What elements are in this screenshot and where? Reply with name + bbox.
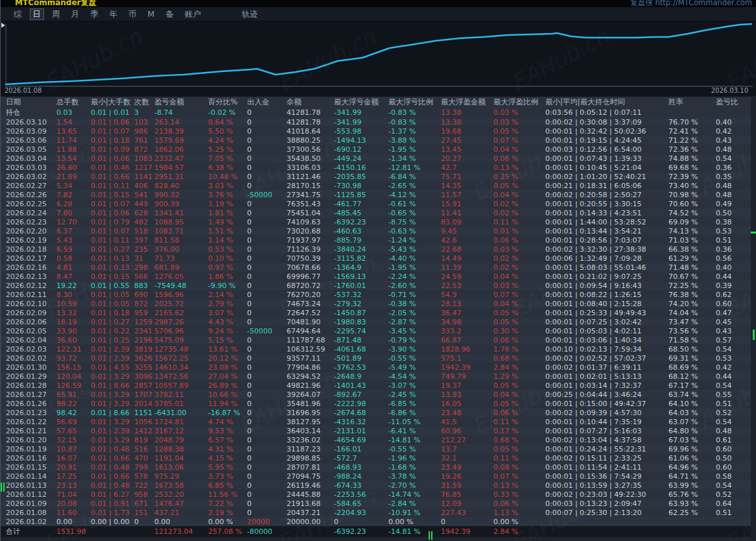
table-row[interactable]: 2026.02.0293.720.01 | 2.39362615672.2520…	[1, 354, 756, 363]
cell: 397	[134, 236, 154, 245]
column-header: 最大浮盈比例	[493, 97, 545, 107]
table-row[interactable]: 2026.01.1910.870.01 | 0.485161288.384.31…	[1, 444, 756, 453]
table-row[interactable]: 2026.01.1271.040.01 | 6.279582532.2011.5…	[1, 490, 756, 499]
cell: 0	[247, 499, 287, 508]
menu-item-9[interactable]: 账户	[182, 9, 204, 19]
table-row[interactable]: 2026.02.247.800.01 | 0.066281341.411.81 …	[1, 208, 756, 217]
table-row[interactable]: 2026.03.0413.540.01 | 0.0610832332.477.0…	[1, 154, 756, 163]
cell: 0.02 %	[493, 200, 545, 208]
table-row[interactable]: 2026.02.0436.600.01 | 0.2521965475.095.1…	[1, 335, 756, 344]
cell: 69.09 %	[668, 218, 716, 226]
cell: 9.53 %	[208, 427, 247, 435]
cell: -730.98	[334, 182, 388, 190]
table-row[interactable]: 2026.02.0533.900.01 | 0.2223415706.969.2…	[1, 326, 756, 335]
table-row[interactable]: 2026.01.020.000.00 | 0.0000.000.00 %2000…	[1, 517, 756, 526]
table-row[interactable]: 2026.01.2157.650.01 | 2.3914123167.129.5…	[1, 426, 756, 435]
table-row[interactable]: 2026.02.138.470.01 | 0.155661276.051.86 …	[1, 272, 756, 281]
table-row[interactable]: 2026.03.0326.600.01 | 0.4612171984.576.3…	[1, 163, 756, 172]
table-row[interactable]: 2026.01.30156.150.01 | 4.55325514610.342…	[1, 363, 756, 372]
cell: 83.09	[441, 218, 493, 226]
table-row[interactable]: 2026.02.206.370.01 | 0.075181082.711.51 …	[1, 226, 756, 235]
column-header: 日期	[6, 97, 56, 107]
table-row[interactable]: 2026.01.2698.220.01 | 3.2920143785.0111.…	[1, 399, 756, 408]
table-row[interactable]: 2026.03.0611.740.01 | 0.187611579.694.24…	[1, 136, 756, 145]
menu-item-1[interactable]: 日	[30, 9, 44, 19]
table-row[interactable]: 2026.01.0920.080.01 | 0.916711476.477.22…	[1, 499, 756, 508]
cell: -5.49 %	[388, 363, 441, 372]
cell: 0.11 %	[493, 418, 545, 426]
cell: -3840.24	[334, 245, 388, 254]
open-position-row[interactable]: 持仓0.030.01 | 0.013-8.74-0.02 %041281.78-…	[1, 107, 756, 117]
table-row[interactable]: 2026.02.1010.590.01 | 0.058722025.722.79…	[1, 299, 756, 308]
menu-item-8[interactable]: 备	[163, 9, 176, 19]
cell: 227.43	[441, 509, 493, 517]
cell: 66.38 %	[668, 245, 716, 254]
table-row[interactable]: 2026.03.0511.880.01 | 0.098721862.065.25…	[1, 145, 756, 154]
cell: 10557.89	[154, 381, 208, 390]
table-row[interactable]: 2026.02.275.340.01 | 0.11406828.403.03 %…	[1, 181, 756, 190]
scrollbar[interactable]	[751, 96, 756, 541]
cell: 298	[134, 263, 154, 272]
table-row[interactable]: 2026.03.101.540.01 | 0.06103263.140.64 %…	[1, 117, 756, 126]
table-row[interactable]: 2026.02.267.820.01 | 0.15541990.323.76 %…	[1, 190, 756, 199]
cell: 13.38	[441, 118, 493, 126]
menu-item-10[interactable]: 轨迹	[239, 9, 261, 19]
menu-item-5[interactable]: 年	[107, 9, 121, 19]
table-row[interactable]: 2026.01.1323.130.01 | 0.487221673.586.85…	[1, 481, 756, 490]
cell: 437.21	[154, 509, 208, 517]
cell: 2026.02.23	[6, 218, 56, 226]
table-row[interactable]: 2026.02.1219.220.01 | 0.55883-7549.48-9.…	[1, 281, 756, 290]
table-row[interactable]: 2026.01.1520.910.01 | 0.487991613.065.95…	[1, 463, 756, 472]
cell: 0.05 %	[493, 400, 545, 408]
cell: 2.79 %	[208, 300, 247, 308]
cell: 8.30	[56, 291, 91, 299]
table-row[interactable]: 2026.01.1616.070.01 | 0.664701191.044.15…	[1, 453, 756, 463]
table-row[interactable]: 2026.02.164.810.01 | 0.13298681.890.97 %…	[1, 263, 756, 272]
cell: 20000.00	[287, 518, 334, 526]
brand-link[interactable]: 复盘侠 http://MTCommander.com	[630, 0, 752, 7]
menu-item-0[interactable]: 综	[11, 9, 25, 19]
cell: 19.37	[441, 381, 493, 390]
table-row[interactable]: 2026.02.0913.320.01 | 0.189592165.623.07…	[1, 308, 756, 317]
cell: 0:00:01 | 0:07:27 | 5:16:03	[545, 427, 668, 435]
table-row[interactable]: 2026.02.0618.190.01 | 0.2712592987.264.4…	[1, 317, 756, 326]
table-row[interactable]: 2026.02.118.300.01 | 0.056901596.962.14 …	[1, 290, 756, 299]
table-row[interactable]: 2026.02.03122.310.01 | 2.39381912735.481…	[1, 344, 756, 354]
menu-item-2[interactable]: 周	[49, 9, 63, 19]
table-row[interactable]: 2026.01.2398.420.01 | 8.661151-6431.00-1…	[1, 408, 756, 417]
cell: 0.05 %	[493, 445, 545, 453]
cell: 0:00:01 | 0:25:33 | 49:49:43	[545, 309, 668, 317]
menu-item-3[interactable]: 月	[69, 9, 82, 19]
menu-item-6[interactable]: 币	[126, 9, 139, 19]
table-row[interactable]: 2026.02.170.580.01 | 0.133171.730.10 %07…	[1, 254, 756, 263]
table-row[interactable]: 2026.02.195.430.01 | 0.11397811.581.14 %…	[1, 235, 756, 245]
table-row[interactable]: 2026.01.1417.250.01 | 0.66578975.293.73 …	[1, 472, 756, 481]
table-row[interactable]: 2026.02.186.590.01 | 0.27235376.000.53 %…	[1, 245, 756, 254]
cell: 0	[247, 454, 287, 463]
cell: 0:00:02 | 1:01:20 | 52:40:21	[545, 173, 668, 181]
table-row[interactable]: 2026.02.256.280.01 | 0.07449900.391.19 %…	[1, 199, 756, 208]
table-row[interactable]: 2026.01.28126.590.01 | 8.66285710557.892…	[1, 381, 756, 390]
cell: 4.81	[56, 263, 91, 272]
cell: 33.90	[56, 327, 91, 335]
cell: 0	[247, 182, 287, 190]
table-row[interactable]: 2026.01.29120.040.01 | 3.29309613472.562…	[1, 372, 756, 381]
cell: 0	[334, 518, 388, 526]
table-row[interactable]: 2026.01.2765.910.01 | 3.2917073782.1110.…	[1, 390, 756, 399]
table-row[interactable]: 2026.03.0221.890.01 | 0.6611412951.3110.…	[1, 172, 756, 181]
table-row[interactable]: 2026.01.2256.690.01 | 3.2910561724.814.7…	[1, 417, 756, 426]
cell: 0.00 %	[208, 518, 247, 526]
cell: 151	[134, 509, 154, 517]
cell: 2026.02.04	[6, 336, 56, 344]
menu-item-7[interactable]: M	[145, 9, 158, 19]
table-row[interactable]: 2026.02.2312.700.01 | 0.794821088.951.49…	[1, 217, 756, 226]
cell: 73.56 %	[668, 327, 716, 335]
cell: 0.43	[716, 136, 751, 145]
menu-item-4[interactable]: 季	[88, 9, 101, 19]
cell: -1401.43	[334, 381, 388, 390]
cell: 2026.03.02	[6, 173, 56, 181]
table-row[interactable]: 2026.01.2032.150.01 | 3.298192048.796.57…	[1, 435, 756, 444]
cell: -2222.98	[334, 400, 388, 408]
table-row[interactable]: 2026.03.0913.650.01 | 0.079862138.395.50…	[1, 126, 756, 136]
table-row[interactable]: 2026.01.0811.600.01 | 1.73151437.212.19 …	[1, 508, 756, 517]
